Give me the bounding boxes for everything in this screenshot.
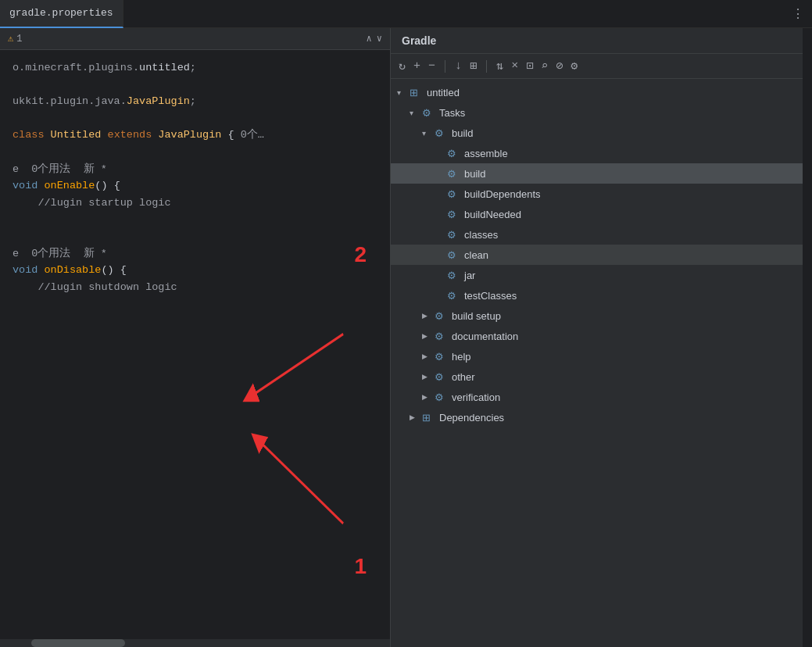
gear-icon-test-classes: ⚙ [447,290,461,302]
arrow-down-icon[interactable]: ∨ [377,33,382,45]
chevron-verification: ▶ [422,393,435,401]
code-line-1: o.minecraft.plugins.untitled; [13,59,377,77]
chevron-tasks: ▾ [410,109,422,117]
gear-icon-build-dependents: ⚙ [447,188,461,200]
nav-arrows: ∧ ∨ [367,33,382,45]
tab-gradle-properties[interactable]: gradle.properties [0,0,123,28]
gear-icon-jar: ⚙ [447,270,461,281]
folder-icon-documentation: ⚙ [435,331,449,342]
tree-node-dependencies[interactable]: ▶ ⊞ Dependencies [391,407,803,427]
folder-icon-verification: ⚙ [435,391,449,403]
gear-icon-classes: ⚙ [447,229,461,241]
toggle-icon[interactable]: ⊘ [556,59,563,73]
tab-more-button[interactable]: ⋮ [784,6,812,22]
tree-node-jar[interactable]: ⚙ jar [391,265,803,285]
toolbar-separator-1 [445,60,445,73]
code-line-6 [13,144,377,161]
tab-bar: gradle.properties ⋮ [0,0,812,28]
tree-node-build-task[interactable]: ⚙ build [391,163,803,184]
chevron-dependencies: ▶ [410,413,422,421]
error-bar: ⚠ 1 ∧ ∨ [0,28,390,50]
chevron-build-group: ▾ [422,129,435,138]
remove-icon[interactable]: − [428,59,435,73]
expand-icon[interactable]: ⊡ [526,59,533,73]
tree-node-classes[interactable]: ⚙ classes [391,224,803,245]
code-line-11 [13,228,377,245]
refresh-icon[interactable]: ↻ [399,59,406,73]
gear-icon-build: ⚙ [447,168,461,180]
code-line-5: class Untitled extends JavaPlugin { 0个… [13,127,377,144]
settings-icon[interactable]: ⚙ [571,59,578,73]
code-line-4 [13,110,377,127]
tree-label-dependencies: Dependencies [439,412,504,424]
annotation-number-2: 2 [354,238,367,273]
tree-label-assemble: assemble [464,148,508,159]
tree-node-untitled[interactable]: ▾ ⊞ untitled [391,82,803,102]
sort-icon[interactable]: ⇅ [496,59,503,73]
download-icon[interactable]: ↓ [455,59,462,73]
project-icon-untitled: ⊞ [410,87,424,98]
code-content: o.minecraft.plugins.untitled; ukkit.plug… [0,50,390,639]
add-icon[interactable]: + [413,59,420,73]
code-line-7: e 0个用法 新 * [13,161,377,178]
tree-node-test-classes[interactable]: ⚙ testClasses [391,285,803,306]
editor-scrollbar-thumb[interactable] [31,639,125,647]
editor-scrollbar[interactable] [0,639,390,647]
tree-node-help[interactable]: ▶ ⚙ help [391,346,803,366]
svg-line-2 [249,334,343,398]
tree-label-verification: verification [452,391,500,403]
gradle-tree[interactable]: ▾ ⊞ untitled ▾ ⚙ Tasks ▾ ⚙ build ⚙ assem… [391,79,803,647]
code-line-9: //lugin startup logic [13,195,377,212]
panel-right-edge [803,28,812,647]
main-area: ⚠ 1 ∧ ∨ o.minecraft.plugins.untitled; uk… [0,28,812,647]
tree-node-other[interactable]: ▶ ⚙ other [391,366,803,387]
tree-label-clean: clean [464,249,488,261]
tree-node-tasks[interactable]: ▾ ⚙ Tasks [391,102,803,123]
more-icon: ⋮ [792,8,804,22]
tree-node-verification[interactable]: ▶ ⚙ verification [391,387,803,407]
chevron-documentation: ▶ [422,332,435,340]
chevron-other: ▶ [422,373,435,381]
code-line-12: e 0个用法 新 * [13,245,377,263]
gradle-header: Gradle [391,28,803,54]
script-icon[interactable]: ⊞ [470,59,477,73]
tree-node-assemble[interactable]: ⚙ assemble [391,143,803,163]
gear-icon-clean: ⚙ [447,249,461,261]
tab-label: gradle.properties [9,7,113,19]
find-icon[interactable]: ⌕ [541,59,548,73]
tree-node-build-needed[interactable]: ⚙ buildNeeded [391,204,803,224]
tree-node-clean[interactable]: ⚙ clean [391,245,803,265]
folder-icon-build: ⚙ [435,127,449,139]
tree-label-build-needed: buildNeeded [464,209,521,220]
tree-node-build-dependents[interactable]: ⚙ buildDependents [391,184,803,204]
tree-label-test-classes: testClasses [464,290,517,302]
code-line-8: void onEnable() { [13,177,377,195]
gear-icon-assemble: ⚙ [447,148,461,159]
code-line-3: ukkit.plugin.java.JavaPlugin; [13,93,377,110]
folder-icon-tasks: ⚙ [422,107,436,119]
editor-panel: ⚠ 1 ∧ ∨ o.minecraft.plugins.untitled; uk… [0,28,391,647]
folder-icon-build-setup: ⚙ [435,310,449,322]
tree-label-untitled: untitled [427,87,460,98]
tree-label-classes: classes [464,229,498,241]
gear-icon-build-needed: ⚙ [447,209,461,220]
tree-node-documentation[interactable]: ▶ ⚙ documentation [391,326,803,346]
chevron-build-setup: ▶ [422,312,435,320]
code-line-13: void onDisable() { [13,262,377,279]
code-line-10 [13,211,377,228]
code-line-2 [13,77,377,94]
annotation-number-1: 1 [354,549,367,584]
folder-icon-help: ⚙ [435,351,449,363]
folder-icon-other: ⚙ [435,371,449,383]
arrow-up-icon[interactable]: ∧ [367,33,372,45]
tree-label-build-dependents: buildDependents [464,188,541,200]
chevron-untitled: ▾ [397,88,410,97]
tree-node-build-group[interactable]: ▾ ⚙ build [391,123,803,143]
toolbar-separator-2 [486,60,487,73]
tree-label-build-task: build [464,168,485,180]
tree-node-build-setup[interactable]: ▶ ⚙ build setup [391,306,803,326]
code-line-14: //lugin shutdown logic [13,279,377,296]
tree-label-help: help [452,351,471,363]
close-icon[interactable]: × [511,59,518,73]
folder-icon-dependencies: ⊞ [422,412,436,424]
